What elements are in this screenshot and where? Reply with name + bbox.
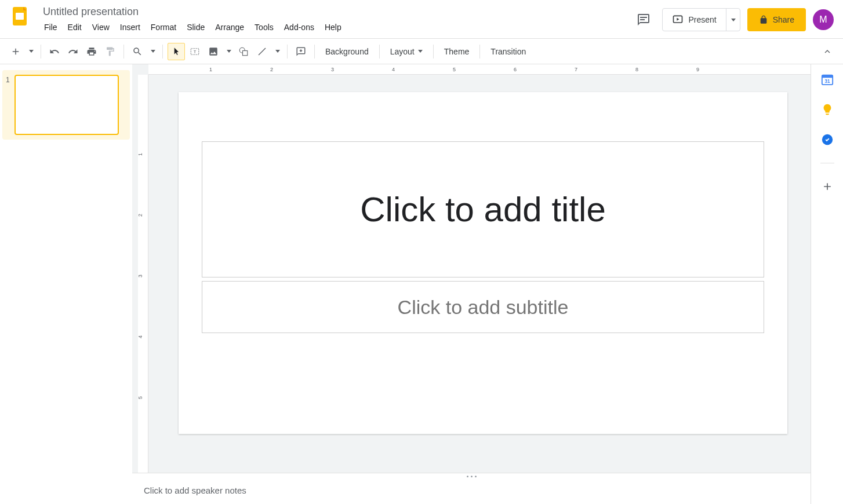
keep-app-icon[interactable]	[820, 103, 834, 116]
chevron-down-icon	[227, 50, 231, 53]
tasks-app-icon[interactable]	[820, 133, 834, 147]
image-dropdown[interactable]	[223, 43, 234, 60]
redo-icon	[68, 46, 78, 57]
shape-tool[interactable]	[235, 43, 252, 60]
chevron-down-icon	[731, 19, 736, 21]
separator	[479, 45, 480, 59]
lock-icon	[759, 15, 768, 24]
top-actions: Present Share M	[632, 8, 834, 31]
title-placeholder[interactable]: Click to add title	[202, 141, 764, 277]
undo-button[interactable]	[46, 43, 63, 60]
canvas[interactable]: Click to add title Click to add subtitle	[132, 75, 811, 473]
image-tool[interactable]	[205, 43, 222, 60]
slide-number: 1	[6, 76, 10, 84]
title-placeholder-text: Click to add title	[360, 189, 606, 229]
separator	[314, 45, 315, 59]
subtitle-placeholder[interactable]: Click to add subtitle	[202, 281, 764, 333]
menu-insert[interactable]: Insert	[115, 20, 145, 34]
print-button[interactable]	[83, 43, 100, 60]
horizontal-ruler[interactable]: 1 2 3 4 5 6 7 8 9	[148, 64, 811, 75]
slides-logo[interactable]	[9, 6, 32, 29]
undo-icon	[49, 46, 60, 57]
notes-drag-handle[interactable]	[132, 473, 811, 480]
chevron-down-icon	[275, 50, 280, 53]
theme-button[interactable]: Theme	[438, 43, 475, 60]
chevron-down-icon	[418, 50, 423, 53]
transition-button[interactable]: Transition	[485, 43, 532, 60]
separator	[287, 45, 288, 59]
collapse-toolbar-button[interactable]	[819, 43, 836, 60]
menu-slide[interactable]: Slide	[182, 20, 209, 34]
comment-tool[interactable]	[292, 43, 310, 60]
slide-thumbnail-row[interactable]: 1	[2, 70, 130, 140]
zoom-dropdown[interactable]	[147, 43, 158, 60]
zoom-button[interactable]	[129, 43, 146, 60]
layout-label: Layout	[390, 47, 415, 56]
comment-icon	[637, 13, 651, 27]
chevron-down-icon	[151, 50, 155, 53]
svg-text:31: 31	[824, 79, 830, 84]
separator	[379, 45, 380, 59]
line-dropdown[interactable]	[272, 43, 282, 60]
menu-view[interactable]: View	[88, 20, 114, 34]
redo-button[interactable]	[64, 43, 82, 60]
svg-rect-9	[822, 75, 832, 78]
svg-rect-6	[243, 50, 248, 55]
document-title[interactable]: Untitled presentation	[39, 5, 142, 19]
separator	[433, 45, 434, 59]
comments-button[interactable]	[632, 8, 655, 31]
menu-addons[interactable]: Add-ons	[279, 20, 319, 34]
textbox-icon: T	[190, 46, 200, 57]
separator	[41, 45, 41, 59]
title-area: Untitled presentation File Edit View Ins…	[39, 5, 632, 34]
new-slide-dropdown[interactable]	[26, 43, 36, 60]
menu-format[interactable]: Format	[146, 20, 181, 34]
menu-tools[interactable]: Tools	[250, 20, 278, 34]
present-button[interactable]: Present	[663, 9, 725, 31]
speaker-notes[interactable]: Click to add speaker notes	[132, 480, 811, 504]
zoom-icon	[132, 46, 143, 57]
paint-format-button[interactable]	[101, 43, 119, 60]
share-label: Share	[773, 15, 794, 24]
subtitle-placeholder-text: Click to add subtitle	[398, 296, 569, 319]
svg-text:T: T	[194, 49, 197, 54]
side-panel-separator	[820, 163, 834, 163]
chevron-down-icon	[29, 50, 34, 53]
new-slide-button[interactable]	[7, 43, 24, 60]
slide[interactable]: Click to add title Click to add subtitle	[179, 92, 787, 434]
calendar-app-icon[interactable]: 31	[820, 72, 834, 86]
filmstrip[interactable]: 1	[0, 64, 132, 504]
avatar[interactable]: M	[813, 9, 834, 30]
present-dropdown[interactable]	[726, 9, 740, 31]
separator	[123, 45, 124, 59]
add-comment-icon	[296, 46, 306, 57]
paint-roller-icon	[105, 46, 115, 57]
image-icon	[208, 46, 219, 57]
menu-help[interactable]: Help	[320, 20, 346, 34]
layout-button[interactable]: Layout	[384, 43, 428, 60]
main: 1 1 2 3 4 5 6 7 8 9 1 2 3 4 5 Click to a…	[0, 64, 843, 504]
plus-icon	[822, 181, 833, 192]
header: Untitled presentation File Edit View Ins…	[0, 0, 843, 39]
editor-area: 1 2 3 4 5 6 7 8 9 1 2 3 4 5 Click to add…	[132, 64, 811, 504]
present-label: Present	[688, 15, 716, 24]
plus-icon	[10, 46, 21, 57]
share-button[interactable]: Share	[747, 8, 806, 31]
menu-file[interactable]: File	[39, 20, 62, 34]
svg-rect-1	[16, 13, 24, 20]
menu-bar: File Edit View Insert Format Slide Arran…	[39, 20, 632, 34]
menu-arrange[interactable]: Arrange	[210, 20, 249, 34]
slide-thumbnail[interactable]	[14, 75, 119, 135]
add-addon-button[interactable]	[820, 180, 834, 193]
select-tool[interactable]	[168, 43, 185, 60]
menu-edit[interactable]: Edit	[63, 20, 86, 34]
toolbar: T Background Layout Theme Transition	[0, 39, 843, 64]
textbox-tool[interactable]: T	[186, 43, 204, 60]
print-icon	[86, 46, 97, 57]
chevron-up-icon	[822, 46, 833, 57]
present-icon	[672, 14, 684, 25]
line-tool[interactable]	[253, 43, 271, 60]
cursor-icon	[172, 47, 181, 56]
present-group: Present	[662, 8, 740, 31]
background-button[interactable]: Background	[319, 43, 375, 60]
